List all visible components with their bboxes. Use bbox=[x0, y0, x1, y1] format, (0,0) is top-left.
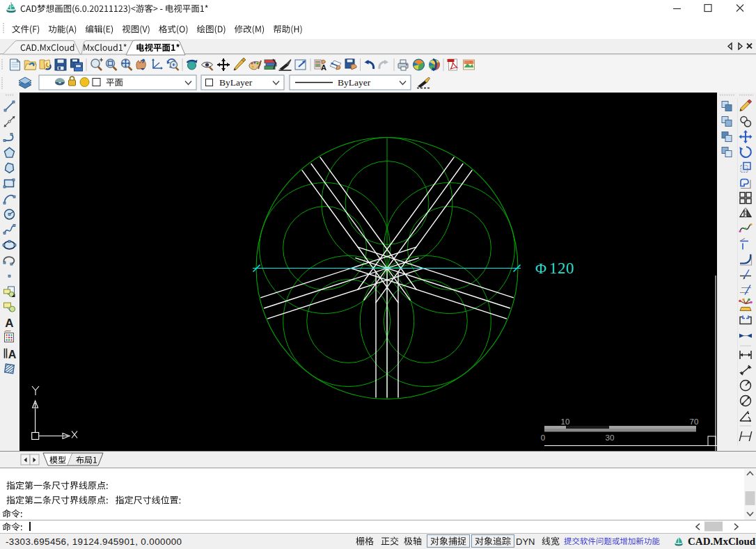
svg-text:120: 120 bbox=[549, 260, 574, 277]
svg-text:ByLayer: ByLayer bbox=[219, 77, 253, 88]
svg-text:-3303.695456, 19124.945901,: -3303.695456, 19124.945901, 0.000000 bbox=[6, 536, 182, 547]
svg-text:ByLayer: ByLayer bbox=[338, 77, 371, 88]
svg-text:10: 10 bbox=[561, 417, 570, 426]
svg-text:Φ: Φ bbox=[535, 260, 546, 277]
svg-text:A: A bbox=[321, 63, 326, 72]
svg-text:A: A bbox=[5, 317, 13, 330]
svg-text:A: A bbox=[8, 349, 17, 360]
svg-text:70: 70 bbox=[690, 417, 699, 426]
svg-text:30: 30 bbox=[606, 433, 615, 442]
svg-text:0: 0 bbox=[541, 433, 545, 442]
svg-text:DYN: DYN bbox=[516, 536, 535, 547]
svg-text:CAD.MxCloud: CAD.MxCloud bbox=[688, 536, 756, 547]
